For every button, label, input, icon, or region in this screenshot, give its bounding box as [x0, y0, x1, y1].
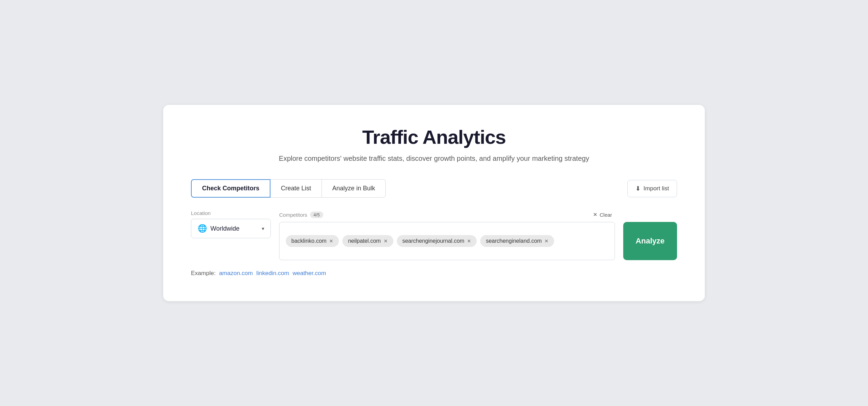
location-value: Worldwide — [210, 225, 240, 232]
clear-button[interactable]: ✕ Clear — [590, 210, 615, 219]
example-link-amazon[interactable]: amazon.com — [219, 270, 253, 277]
location-group: Location 🌐 Worldwide ▾ — [191, 210, 271, 238]
globe-icon: 🌐 — [198, 224, 207, 233]
tag-remove-searchengineland[interactable]: ✕ — [544, 239, 549, 243]
fields-row: Location 🌐 Worldwide ▾ Competitors 4/5 ✕… — [191, 210, 677, 260]
import-list-label: Import list — [643, 185, 669, 192]
tab-analyze-bulk[interactable]: Analyze in Bulk — [322, 179, 386, 198]
tabs-row: Check Competitors Create List Analyze in… — [191, 179, 677, 198]
tag-value-neilpatel: neilpatel.com — [348, 238, 381, 244]
import-icon: ⬇ — [635, 185, 641, 192]
clear-x-icon: ✕ — [593, 212, 598, 218]
tag-value-searchenginejournal: searchenginejournal.com — [402, 238, 465, 244]
examples-label: Example: — [191, 270, 216, 277]
main-card: Traffic Analytics Explore competitors' w… — [163, 105, 705, 301]
tag-searchenginejournal: searchenginejournal.com ✕ — [397, 235, 477, 247]
tag-backlinko: backlinko.com ✕ — [286, 235, 339, 247]
analyze-button[interactable]: Analyze — [623, 222, 677, 260]
tag-value-searchengineland: searchengineland.com — [486, 238, 542, 244]
tag-remove-searchenginejournal[interactable]: ✕ — [467, 239, 471, 243]
tabs-container: Check Competitors Create List Analyze in… — [191, 179, 386, 198]
tag-neilpatel: neilpatel.com ✕ — [342, 235, 393, 247]
examples-row: Example: amazon.com linkedin.com weather… — [191, 270, 677, 277]
tab-create-list[interactable]: Create List — [270, 179, 322, 198]
competitors-label-row: Competitors 4/5 ✕ Clear — [279, 210, 615, 219]
competitors-group: Competitors 4/5 ✕ Clear backlinko.com ✕ … — [279, 210, 615, 260]
tag-value-backlinko: backlinko.com — [291, 238, 326, 244]
location-selector[interactable]: 🌐 Worldwide ▾ — [191, 219, 271, 238]
competitors-count-badge: 4/5 — [310, 212, 323, 218]
import-list-button[interactable]: ⬇ Import list — [627, 180, 677, 197]
chevron-down-icon: ▾ — [262, 226, 264, 231]
page-title: Traffic Analytics — [191, 126, 677, 148]
tag-remove-backlinko[interactable]: ✕ — [329, 239, 333, 243]
page-subtitle: Explore competitors' website traffic sta… — [191, 155, 677, 163]
competitors-label: Competitors 4/5 — [279, 212, 323, 218]
location-label: Location — [191, 210, 271, 216]
tag-remove-neilpatel[interactable]: ✕ — [384, 239, 388, 243]
tag-searchengineland: searchengineland.com ✕ — [480, 235, 554, 247]
competitors-input-box[interactable]: backlinko.com ✕ neilpatel.com ✕ searchen… — [279, 222, 615, 260]
clear-label: Clear — [600, 212, 612, 218]
tab-check-competitors[interactable]: Check Competitors — [191, 179, 270, 198]
example-link-linkedin[interactable]: linkedin.com — [256, 270, 289, 277]
example-link-weather[interactable]: weather.com — [293, 270, 326, 277]
